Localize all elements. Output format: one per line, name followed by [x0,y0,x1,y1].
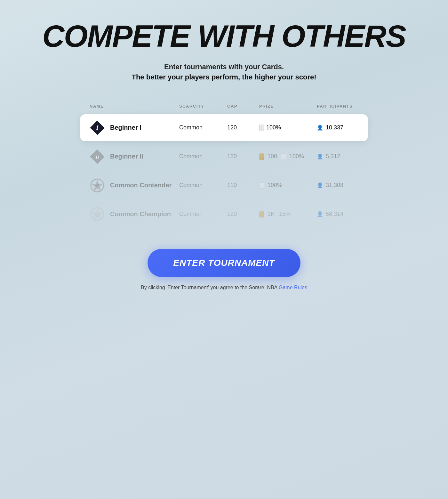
card-white-icon [281,153,286,160]
subtitle-block: Enter tournaments with your Cards. The b… [132,63,316,81]
row-name-label: Beginner II [110,153,143,160]
table-header: NAME SCARCITY CAP PRIZE PARTICIPANTS [80,101,368,112]
row-cap: 120 [227,153,259,160]
table-row[interactable]: CHF Common Champion Common 120 1K 15% 👤 … [80,201,368,228]
row-prize: 100% [266,124,281,131]
row-participants-cell: 👤 31,308 [317,182,368,189]
user-icon: 👤 [317,153,323,160]
row-prize: 100% [289,153,304,160]
row-participants-cell: 👤 10,337 [317,124,368,131]
page-title: COMPETE WITH OTHERS [42,19,405,53]
row-participants-cell: 👤 5,312 [317,153,368,160]
user-icon: 👤 [317,211,323,217]
table-row[interactable]: I Beginner I Common 120 100% 👤 10,337 [80,114,368,141]
row-name-cell: I Beginner I [90,120,179,135]
row-participants: 31,308 [326,182,343,189]
svg-text:CHF: CHF [94,213,100,216]
subtitle-line1: Enter tournaments with your Cards. [132,63,316,71]
row-scarcity: Common [179,124,227,131]
row-cap: 120 [227,124,259,131]
card-white-icon [259,125,264,131]
row-participants-cell: 👤 58,314 [317,211,368,217]
user-icon: 👤 [317,182,323,188]
beginner-ii-icon: II [90,149,105,164]
card-white-icon [259,182,264,189]
row-name-cell: II Beginner II [90,149,179,164]
row-name-cell: CHF Common Champion [90,207,179,222]
row-scarcity: Common [179,182,227,189]
common-contender-icon [90,178,105,193]
footer-disclaimer: By clicking 'Enter Tournament' you agree… [141,285,307,290]
header-name: NAME [90,104,179,109]
row-name-label: Common Contender [110,182,172,189]
header-cap: CAP [227,104,259,109]
header-prize: PRIZE [259,104,317,109]
row-prize-cell: 100 100% [259,153,317,160]
row-participants: 10,337 [326,124,343,131]
row-prize-cell: 100% [259,182,317,189]
row-prize-prefix: 100 [268,153,277,160]
row-prize-cell: 1K 15% [259,211,317,217]
header-participants: PARTICIPANTS [317,104,368,109]
tournament-table: NAME SCARCITY CAP PRIZE PARTICIPANTS I B… [80,101,368,230]
row-scarcity: Common [179,153,227,160]
row-scarcity: Common [179,211,227,217]
table-row[interactable]: II Beginner II Common 120 100 100% 👤 5,3… [80,143,368,170]
row-participants: 5,312 [326,153,340,160]
user-icon: 👤 [317,125,323,131]
row-participants: 58,314 [326,211,343,217]
row-name-label: Common Champion [110,210,171,218]
common-champion-icon: CHF [90,207,105,222]
game-rules-link[interactable]: Game Rules [279,285,307,290]
row-name-cell: Common Contender [90,178,179,193]
header-scarcity: SCARCITY [179,104,227,109]
subtitle-line2: The better your players perform, the hig… [132,73,316,81]
row-prize: 100% [268,182,282,189]
table-row[interactable]: Common Contender Common 110 100% 👤 31,30… [80,172,368,199]
beginner-i-icon: I [90,120,105,135]
row-prize: 15% [279,211,291,217]
row-prize-cell: 100% [259,124,317,131]
row-prize-prefix: 1K [268,211,275,217]
svg-text:II: II [95,155,100,160]
svg-text:I: I [96,125,99,131]
svg-point-6 [95,184,99,187]
row-cap: 110 [227,182,259,189]
row-name-label: Beginner I [110,124,141,131]
card-gold-icon [259,211,264,217]
card-gold-icon [259,153,264,160]
footer-text-static: By clicking 'Enter Tournament' you agree… [141,285,277,290]
row-cap: 120 [227,211,259,217]
enter-tournament-button[interactable]: ENTER TOURNAMENT [148,249,300,277]
